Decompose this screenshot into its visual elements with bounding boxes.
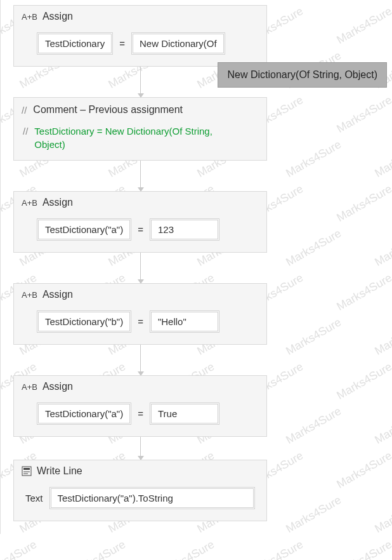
- write-line-activity[interactable]: Write Line Text TestDictionary("a").ToSt…: [13, 460, 267, 521]
- assign-right-input[interactable]: "Hello": [150, 310, 219, 333]
- comment-text: TestDictionary = New Dictionary(Of Strin…: [34, 124, 244, 151]
- flow-connector: [140, 253, 141, 283]
- activity-title: Write Line: [37, 465, 82, 477]
- write-line-text-input[interactable]: TestDictionary("a").ToString: [49, 487, 255, 509]
- assign-left-input[interactable]: TestDictionary("b"): [37, 310, 131, 333]
- assign-activity-2[interactable]: A+B Assign TestDictionary("a") = 123: [13, 191, 267, 253]
- expression-tooltip: New Dictionary(Of String, Object): [218, 62, 387, 88]
- ab-label: A+B: [22, 290, 37, 300]
- ab-label: A+B: [22, 382, 37, 392]
- assign-left-input[interactable]: TestDictionary("a"): [37, 218, 131, 241]
- ab-label: A+B: [22, 12, 37, 22]
- assign-activity-1[interactable]: A+B Assign TestDictionary = New Dictiona…: [13, 5, 267, 67]
- comment-slash-icon: //: [23, 124, 28, 151]
- assign-left-input[interactable]: TestDictionary("a"): [37, 403, 131, 425]
- ab-label: A+B: [22, 198, 37, 208]
- equals-sign: =: [136, 224, 145, 235]
- equals-sign: =: [136, 316, 145, 327]
- activity-title: Assign: [42, 289, 73, 300]
- activity-title: Assign: [42, 11, 73, 22]
- assign-right-input[interactable]: True: [150, 403, 219, 425]
- flow-connector: [140, 161, 141, 191]
- write-line-icon: [22, 466, 32, 476]
- flow-connector: [140, 67, 141, 97]
- assign-right-input[interactable]: 123: [150, 218, 219, 241]
- flow-connector: [140, 345, 141, 375]
- equals-sign: =: [136, 408, 145, 419]
- svg-rect-1: [23, 468, 30, 470]
- comment-slash-icon: //: [22, 105, 27, 116]
- comment-activity[interactable]: // Comment – Previous assignment // Test…: [13, 97, 267, 161]
- assign-right-input[interactable]: New Dictionary(Of: [131, 32, 225, 55]
- assign-left-input[interactable]: TestDictionary: [37, 32, 113, 55]
- comment-title: Comment – Previous assignment: [33, 104, 183, 116]
- activity-title: Assign: [42, 381, 73, 392]
- flow-connector: [140, 437, 141, 460]
- equals-sign: =: [118, 38, 126, 49]
- activity-title: Assign: [42, 197, 73, 208]
- assign-activity-3[interactable]: A+B Assign TestDictionary("b") = "Hello": [13, 283, 267, 345]
- assign-activity-4[interactable]: A+B Assign TestDictionary("a") = True: [13, 375, 267, 437]
- text-label: Text: [25, 493, 43, 503]
